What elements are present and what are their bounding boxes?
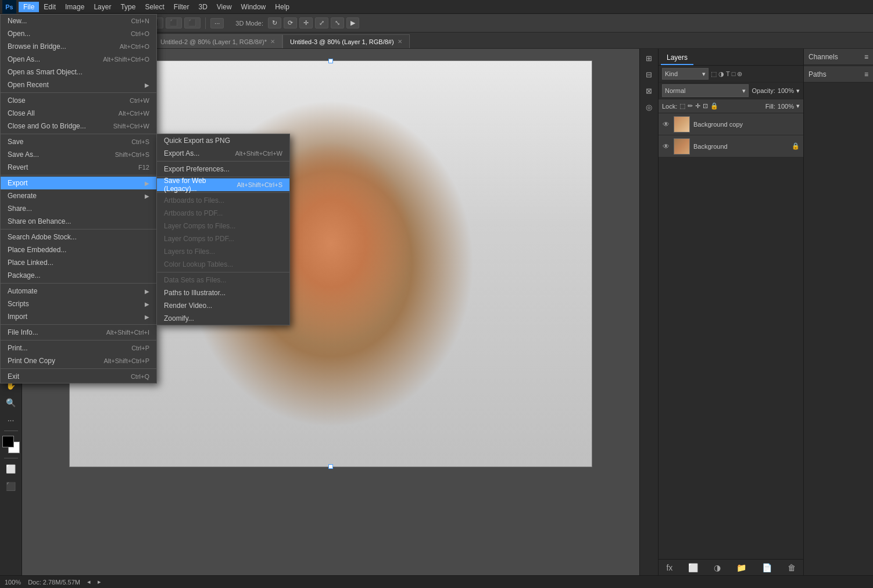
menu-layer[interactable]: Layer [89, 2, 116, 12]
layer-background-copy[interactable]: 👁 Background copy [659, 113, 803, 135]
3d-roll-btn[interactable]: ⟳ [284, 17, 297, 28]
export-zoomify[interactable]: Zoomify... [157, 312, 289, 325]
export-artboards-files[interactable]: Artboards to Files... [157, 194, 289, 207]
menu-save[interactable]: Save Ctrl+S [1, 135, 156, 148]
menu-3d[interactable]: 3D [194, 2, 212, 12]
properties-btn[interactable]: ⊞ [642, 51, 656, 65]
export-render-video[interactable]: Render Video... [157, 299, 289, 312]
menu-view[interactable]: View [212, 2, 237, 12]
lock-move-icon[interactable]: ✛ [695, 102, 700, 110]
lock-px-icon[interactable]: ⬚ [679, 102, 685, 110]
export-artboards-pdf[interactable]: Artboards to PDF... [157, 207, 289, 220]
3d-video-btn[interactable]: ▶ [346, 17, 359, 28]
layer-visibility-bg[interactable]: 👁 [662, 142, 670, 150]
menu-filter[interactable]: Filter [169, 2, 194, 12]
new-layer-btn[interactable]: 📄 [762, 563, 772, 572]
menu-edit[interactable]: Edit [39, 2, 60, 12]
3d-rotate-btn[interactable]: ↻ [268, 17, 281, 28]
delete-layer-btn[interactable]: 🗑 [788, 563, 796, 572]
menu-scripts[interactable]: Scripts ▶ [1, 297, 156, 310]
menu-file-info[interactable]: File Info... Alt+Shift+Ctrl+I [1, 326, 156, 339]
export-as[interactable]: Export As... Alt+Shift+Ctrl+W [157, 147, 289, 160]
menu-image[interactable]: Image [60, 2, 89, 12]
menu-save-as[interactable]: Save As... Shift+Ctrl+S [1, 148, 156, 161]
fx-btn[interactable]: fx [666, 563, 672, 572]
more-options-btn[interactable]: ··· [210, 18, 224, 28]
menu-export[interactable]: Export ▶ [1, 177, 156, 189]
menu-place-linked[interactable]: Place Linked... [1, 256, 156, 269]
menu-new[interactable]: New... Ctrl+N [1, 15, 156, 27]
3d-slide-btn[interactable]: ⤢ [315, 17, 328, 28]
align-bottom-btn[interactable]: ⬛ [184, 17, 201, 28]
filter-type-icon[interactable]: T [726, 70, 730, 78]
fill-value[interactable]: 100% [778, 103, 794, 110]
quick-mask-btn[interactable]: ⬜ [2, 461, 20, 477]
foreground-color[interactable] [2, 436, 14, 447]
channels-collapse[interactable]: ≡ [864, 53, 868, 61]
menu-open-recent[interactable]: Open Recent ▶ [1, 78, 156, 91]
export-quick-png[interactable]: Quick Export as PNG [157, 134, 289, 147]
menu-generate[interactable]: Generate ▶ [1, 189, 156, 202]
3d-scale-btn[interactable]: ⤡ [331, 17, 344, 28]
layer-visibility-bg-copy[interactable]: 👁 [662, 120, 670, 128]
more-tools-btn[interactable]: ··· [2, 412, 20, 428]
learn-btn[interactable]: ◎ [642, 100, 656, 114]
layer-background[interactable]: 👁 Background 🔒 [659, 135, 803, 157]
filter-smart-icon[interactable]: ⊛ [737, 70, 742, 78]
lock-artboard-icon[interactable]: ⊡ [703, 102, 708, 110]
screen-mode-btn[interactable]: ⬛ [2, 478, 20, 494]
filter-adjust-icon[interactable]: ◑ [718, 70, 724, 78]
zoom-level[interactable]: 100% [5, 579, 21, 586]
blend-mode-select[interactable]: Normal ▾ [662, 84, 749, 97]
scroll-left[interactable]: ◂ [87, 578, 91, 586]
export-paths-illustrator[interactable]: Paths to Illustrator... [157, 286, 289, 299]
menu-automate[interactable]: Automate ▶ [1, 285, 156, 297]
menu-share-behance[interactable]: Share on Behance... [1, 215, 156, 228]
export-layer-comps-files[interactable]: Layer Comps to Files... [157, 220, 289, 232]
adjustments-btn[interactable]: ⊟ [642, 67, 656, 81]
menu-share[interactable]: Share... [1, 202, 156, 215]
export-data-sets[interactable]: Data Sets as Files... [157, 274, 289, 286]
menu-print[interactable]: Print... Ctrl+P [1, 342, 156, 354]
menu-open-as[interactable]: Open As... Alt+Shift+Ctrl+O [1, 53, 156, 66]
menu-print-one[interactable]: Print One Copy Alt+Shift+Ctrl+P [1, 354, 156, 367]
tab-untitled2[interactable]: Untitled-2 @ 80% (Layer 1, RGB/8#)* ✕ [153, 34, 282, 48]
filter-shape-icon[interactable]: □ [732, 70, 736, 78]
tab-layers[interactable]: Layers [661, 51, 693, 65]
export-layers-files[interactable]: Layers to Files... [157, 245, 289, 258]
menu-open[interactable]: Open... Ctrl+O [1, 27, 156, 40]
menu-file[interactable]: File [19, 2, 39, 12]
tab-untitled3-close[interactable]: ✕ [398, 38, 402, 45]
libraries-btn[interactable]: ⊠ [642, 84, 656, 98]
menu-open-smart[interactable]: Open as Smart Object... [1, 66, 156, 78]
lock-all-icon[interactable]: 🔒 [710, 102, 718, 110]
anchor-bottom[interactable] [328, 464, 333, 469]
export-color-lookup[interactable]: Color Lookup Tables... [157, 258, 289, 271]
export-layer-comps-pdf[interactable]: Layer Comps to PDF... [157, 232, 289, 245]
anchor-top[interactable] [328, 59, 333, 63]
menu-package[interactable]: Package... [1, 269, 156, 282]
menu-select[interactable]: Select [140, 2, 169, 12]
align-middle-btn[interactable]: ⬛ [166, 17, 182, 28]
menu-type[interactable]: Type [116, 2, 140, 12]
tab-untitled3[interactable]: Untitled-3 @ 80% (Layer 1, RGB/8#) ✕ [282, 34, 410, 48]
menu-close-bridge[interactable]: Close and Go to Bridge... Shift+Ctrl+W [1, 120, 156, 132]
export-preferences[interactable]: Export Preferences... [157, 163, 289, 175]
filter-pixel-icon[interactable]: ⬚ [711, 70, 717, 78]
add-mask-btn[interactable]: ⬜ [688, 563, 698, 572]
3d-pan-btn[interactable]: ✛ [299, 17, 313, 28]
zoom-tool[interactable]: 🔍 [2, 395, 20, 411]
menu-exit[interactable]: Exit Ctrl+Q [1, 370, 156, 383]
menu-browse-bridge[interactable]: Browse in Bridge... Alt+Ctrl+O [1, 40, 156, 53]
tab-untitled2-close[interactable]: ✕ [270, 38, 275, 45]
adjustment-layer-btn[interactable]: ◑ [714, 563, 721, 572]
kind-select[interactable]: Kind ▾ [662, 68, 709, 80]
menu-close-all[interactable]: Close All Alt+Ctrl+W [1, 107, 156, 120]
menu-import[interactable]: Import ▶ [1, 310, 156, 323]
menu-search-stock[interactable]: Search Adobe Stock... [1, 231, 156, 243]
menu-window[interactable]: Window [237, 2, 271, 12]
menu-revert[interactable]: Revert F12 [1, 161, 156, 174]
menu-help[interactable]: Help [270, 2, 294, 12]
scroll-right[interactable]: ▸ [98, 578, 101, 586]
lock-brush-icon[interactable]: ✏ [688, 102, 693, 110]
